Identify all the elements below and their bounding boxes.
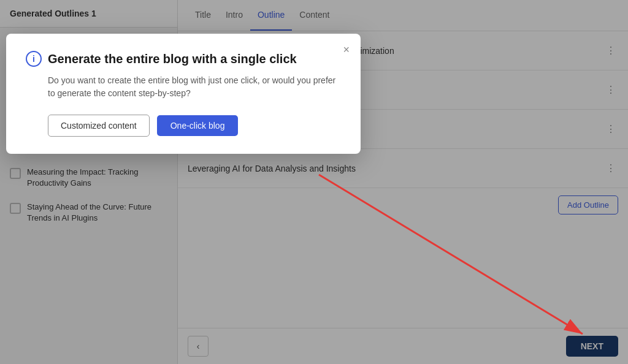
info-icon: i [26,51,42,67]
modal-close-button[interactable]: × [343,44,350,56]
one-click-blog-button[interactable]: One-click blog [157,115,239,136]
modal-overlay: × i Generate the entire blog with a sing… [0,0,628,364]
modal-body-text: Do you want to create the entire blog wi… [26,74,341,100]
modal-title: i Generate the entire blog with a single… [26,51,341,67]
modal-dialog: × i Generate the entire blog with a sing… [6,34,361,154]
customized-content-button[interactable]: Customized content [48,115,150,137]
modal-actions: Customized content One-click blog [26,115,341,137]
modal-title-text: Generate the entire blog with a single c… [48,52,297,66]
